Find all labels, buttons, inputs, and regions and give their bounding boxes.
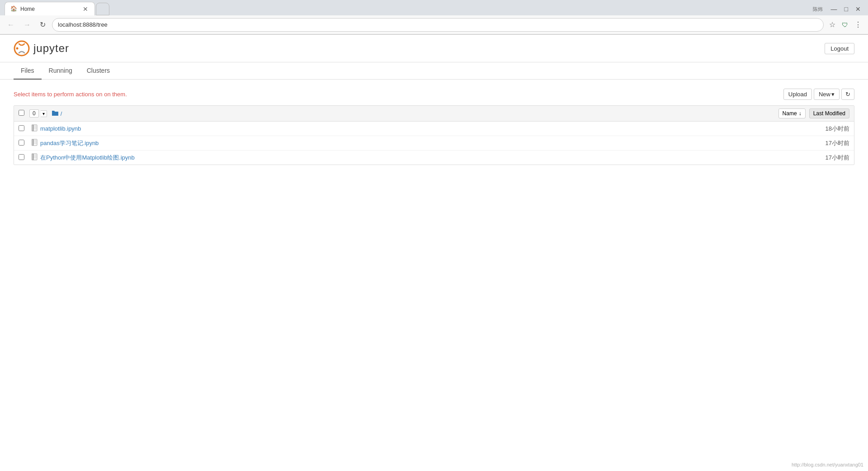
- file-browser-actions: Select items to perform actions on on th…: [14, 89, 854, 100]
- tab-running[interactable]: Running: [42, 62, 80, 80]
- them-text: them.: [112, 91, 127, 98]
- browser-tab-bar: 🏠 Home ✕ 陈炜 — □ ✕: [0, 0, 868, 15]
- toolbar-right-icons: ☆ 🛡 ⋮: [827, 19, 863, 31]
- action-buttons: Upload New ▾ ↻: [783, 89, 854, 100]
- file-browser: Select items to perform actions on on th…: [0, 80, 868, 174]
- svg-rect-12: [32, 154, 37, 160]
- sort-controls: Name ↓ Last Modified: [778, 108, 849, 118]
- tab-close-button[interactable]: ✕: [82, 5, 89, 13]
- svg-rect-3: [33, 125, 33, 131]
- tab-clusters[interactable]: Clusters: [80, 62, 117, 80]
- row-checkbox-2[interactable]: [19, 140, 24, 146]
- file-modified-3: 17小时前: [804, 154, 849, 162]
- maximize-button[interactable]: □: [842, 5, 851, 14]
- select-all-checkbox[interactable]: [19, 110, 24, 116]
- tab-title: Home: [20, 6, 79, 12]
- new-tab-placeholder: [96, 3, 109, 15]
- forward-button[interactable]: →: [21, 19, 33, 31]
- close-button[interactable]: ✕: [853, 5, 863, 14]
- upload-button[interactable]: Upload: [783, 89, 812, 100]
- path-folder-icon: [52, 110, 59, 118]
- tab-favicon: 🏠: [10, 5, 18, 13]
- tab-files[interactable]: Files: [14, 62, 42, 80]
- file-table: 0 ▾ / Name ↓ Last Modified: [14, 105, 854, 165]
- row-checkbox-3[interactable]: [19, 154, 24, 160]
- file-table-header: 0 ▾ / Name ↓ Last Modified: [14, 106, 854, 122]
- sort-by-name-button[interactable]: Name ↓: [778, 108, 806, 118]
- back-button[interactable]: ←: [5, 19, 17, 31]
- notebook-icon-3: [31, 153, 38, 162]
- svg-rect-8: [33, 139, 33, 146]
- header-count: 0 ▾: [29, 109, 47, 118]
- refresh-button[interactable]: ↻: [841, 89, 854, 100]
- window-controls: 陈炜 — □ ✕: [813, 5, 863, 15]
- svg-rect-2: [32, 125, 37, 131]
- sort-by-lastmod-button[interactable]: Last Modified: [809, 108, 849, 118]
- browser-chrome: 🏠 Home ✕ 陈炜 — □ ✕ ← → ↻ ☆ 🛡 ⋮: [0, 0, 868, 35]
- file-link-3[interactable]: 在Python中使用Matplotlib绘图.ipynb: [40, 154, 804, 162]
- table-row: pandas学习笔记.ipynb 17小时前: [14, 136, 854, 151]
- bookmark-button[interactable]: ☆: [827, 19, 837, 31]
- jupyter-logo: jupyter: [14, 40, 69, 57]
- header-checkbox[interactable]: [19, 110, 28, 117]
- minimize-button[interactable]: —: [828, 5, 840, 14]
- jupyter-logo-text: jupyter: [33, 42, 69, 55]
- url-input[interactable]: [58, 21, 818, 28]
- select-instruction: Select items to perform actions on on th…: [14, 91, 127, 98]
- shield-button[interactable]: 🛡: [840, 19, 850, 30]
- svg-point-1: [16, 47, 19, 50]
- selected-count: 0: [29, 109, 39, 118]
- browser-toolbar: ← → ↻ ☆ 🛡 ⋮: [0, 15, 868, 34]
- on-text: on: [104, 91, 110, 98]
- profile-info: 陈炜: [813, 6, 823, 13]
- table-row: matplotlib.ipynb 18小时前: [14, 122, 854, 136]
- new-button[interactable]: New ▾: [814, 89, 840, 100]
- browser-tab-active[interactable]: 🏠 Home ✕: [5, 2, 95, 15]
- jupyter-app: jupyter Logout Files Running Clusters Se…: [0, 35, 868, 174]
- jupyter-header: jupyter Logout: [0, 35, 868, 62]
- notebook-icon-1: [31, 124, 38, 133]
- table-row: 在Python中使用Matplotlib绘图.ipynb 17小时前: [14, 151, 854, 165]
- reload-button[interactable]: ↻: [37, 19, 48, 31]
- file-link-1[interactable]: matplotlib.ipynb: [40, 125, 804, 132]
- svg-rect-13: [33, 154, 33, 160]
- count-dropdown-button[interactable]: ▾: [41, 110, 47, 117]
- new-dropdown-arrow: ▾: [831, 91, 835, 98]
- svg-rect-7: [32, 139, 37, 146]
- file-modified-1: 18小时前: [804, 125, 849, 133]
- jupyter-tabs: Files Running Clusters: [0, 62, 868, 80]
- row-checkbox-1[interactable]: [19, 125, 24, 131]
- jupyter-logo-icon: [14, 40, 30, 57]
- file-checkbox-3[interactable]: [19, 154, 28, 161]
- file-modified-2: 17小时前: [804, 139, 849, 147]
- address-bar[interactable]: [52, 18, 824, 32]
- menu-button[interactable]: ⋮: [853, 19, 863, 31]
- file-checkbox-2[interactable]: [19, 140, 28, 147]
- file-checkbox-1[interactable]: [19, 125, 28, 132]
- current-path[interactable]: /: [61, 110, 62, 117]
- notebook-icon-2: [31, 139, 38, 147]
- file-link-2[interactable]: pandas学习笔记.ipynb: [40, 139, 804, 147]
- logout-button[interactable]: Logout: [825, 43, 854, 54]
